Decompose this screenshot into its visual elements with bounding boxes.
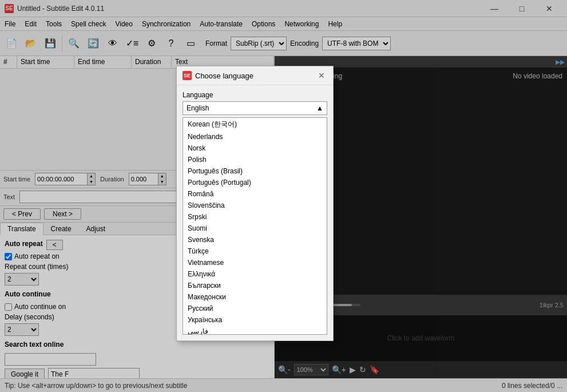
modal-close-button[interactable]: ✕ xyxy=(316,70,327,81)
lang-item-suomi[interactable]: Suomi xyxy=(183,223,327,234)
lang-item-farsi[interactable]: فارسی xyxy=(183,326,327,335)
lang-item-romana[interactable]: Română xyxy=(183,188,327,200)
modal-title: Choose language xyxy=(195,72,253,80)
language-select-display[interactable]: English ▲ xyxy=(183,101,327,115)
language-select-wrap: English ▲ xyxy=(183,101,327,115)
lang-item-pt-br[interactable]: Português (Brasil) xyxy=(183,165,327,177)
modal-title-wrap: SE Choose language xyxy=(183,71,253,80)
modal-header: SE Choose language ✕ xyxy=(177,66,333,85)
lang-item-vietnamese[interactable]: Vietnamese xyxy=(183,257,327,268)
choose-language-modal: SE Choose language ✕ Language English ▲ … xyxy=(176,66,334,341)
modal-overlay: SE Choose language ✕ Language English ▲ … xyxy=(0,0,567,392)
lang-item-greek[interactable]: Ελληνικά xyxy=(183,268,327,280)
modal-app-icon: SE xyxy=(183,71,192,80)
lang-item-pt-pt[interactable]: Português (Portugal) xyxy=(183,177,327,188)
modal-body: Language English ▲ Korean (한국어) Nederlan… xyxy=(177,85,333,340)
lang-item-bulgarian[interactable]: Български xyxy=(183,280,327,291)
lang-item-macedonian[interactable]: Македонски xyxy=(183,291,327,303)
selected-language: English xyxy=(187,104,209,112)
lang-item-nederlands[interactable]: Nederlands xyxy=(183,131,327,142)
lang-item-norsk[interactable]: Norsk xyxy=(183,142,327,154)
lang-item-ukrainian[interactable]: Українська xyxy=(183,314,327,326)
lang-item-srpski[interactable]: Srpski xyxy=(183,211,327,223)
lang-item-korean[interactable]: Korean (한국어) xyxy=(183,118,327,131)
dropdown-arrow-icon: ▲ xyxy=(316,104,323,112)
language-label: Language xyxy=(183,91,327,99)
lang-item-turkce[interactable]: Türkçe xyxy=(183,246,327,257)
lang-item-svenska[interactable]: Svenska xyxy=(183,234,327,246)
lang-item-slovenscina[interactable]: Slovenščina xyxy=(183,200,327,211)
language-dropdown[interactable]: Korean (한국어) Nederlands Norsk Polish Por… xyxy=(183,117,327,335)
lang-item-russian[interactable]: Русский xyxy=(183,303,327,314)
lang-item-polish[interactable]: Polish xyxy=(183,154,327,165)
